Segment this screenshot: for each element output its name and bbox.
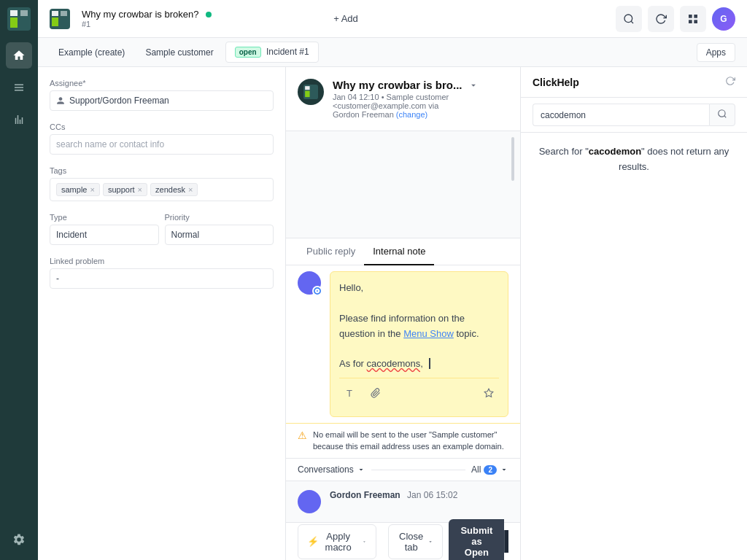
- clickhelp-search-button[interactable]: [709, 104, 735, 126]
- submit-main-button[interactable]: Submit as Open: [449, 519, 504, 560]
- brand-small-logo: [50, 9, 70, 29]
- conversations-bar: Conversations All 2: [286, 458, 520, 481]
- tab-badge-open: open: [235, 47, 261, 58]
- no-results-term: cacodemon: [589, 146, 641, 157]
- priority-select[interactable]: Normal: [165, 225, 274, 245]
- message-snippet: Gordon Freeman Jan 06 15:02: [286, 481, 520, 522]
- attachment-button[interactable]: [365, 383, 386, 403]
- svg-rect-12: [694, 20, 697, 23]
- composer-avatar: [298, 271, 321, 295]
- sidebar-item-settings[interactable]: [6, 526, 32, 553]
- submit-dropdown-button[interactable]: [504, 530, 508, 553]
- refresh-icon[interactable]: [725, 76, 735, 88]
- change-link[interactable]: (change): [396, 110, 427, 119]
- svg-rect-7: [61, 11, 67, 16]
- tags-label: Tags: [50, 166, 274, 175]
- reply-composer: Hello, Please find information on the qu…: [286, 265, 520, 423]
- type-select[interactable]: Incident: [50, 225, 159, 245]
- tags-container[interactable]: sample × support × zendesk ×: [50, 178, 274, 201]
- message-timestamp: Jan 06 15:02: [407, 490, 457, 500]
- priority-label: Priority: [165, 213, 274, 222]
- type-field-group: Type Incident: [50, 213, 159, 245]
- warning-icon: ⚠: [298, 429, 307, 441]
- assignee-field-group: Assignee* Support/Gordon Freeman: [50, 79, 274, 111]
- right-panel-toolbar: [521, 98, 747, 133]
- assignee-input[interactable]: Support/Gordon Freeman: [50, 90, 274, 111]
- lightning-icon: ⚡: [307, 536, 319, 547]
- submit-button: Submit as Open: [449, 519, 508, 560]
- message-area[interactable]: [286, 131, 520, 238]
- ticket-id: #1: [82, 20, 322, 28]
- tag-sample-remove[interactable]: ×: [90, 185, 94, 194]
- ticket-meta: Jan 04 12:10 • Sample customer <customer…: [333, 93, 508, 119]
- tab-internal-note[interactable]: Internal note: [364, 238, 434, 265]
- topbar-actions: G: [616, 6, 735, 32]
- main-wrapper: Why my crowbar is broken? #1 + Add G Exa…: [38, 0, 747, 560]
- apply-macro-button[interactable]: ⚡ Apply macro: [298, 524, 376, 559]
- tab-example-create[interactable]: Example (create): [50, 43, 133, 62]
- conversations-badge: 2: [484, 465, 497, 475]
- conversations-all[interactable]: All 2: [471, 464, 508, 475]
- scroll-indicator: [511, 137, 514, 181]
- text-cursor: [427, 358, 431, 369]
- clickhelp-title: ClickHelp: [533, 77, 579, 88]
- tag-support-remove[interactable]: ×: [138, 185, 142, 194]
- close-tab-button[interactable]: Close tab: [388, 524, 443, 559]
- apps-button[interactable]: Apps: [697, 43, 735, 62]
- text-format-button[interactable]: T: [339, 383, 360, 403]
- svg-rect-3: [20, 10, 28, 16]
- assignee-label: Assignee*: [50, 79, 274, 88]
- composer-box[interactable]: Hello, Please find information on the qu…: [330, 271, 508, 417]
- svg-rect-6: [52, 11, 58, 16]
- right-panel: ClickHelp Search for "cacodemon" does no…: [521, 67, 747, 560]
- linked-problem-input[interactable]: -: [50, 268, 274, 289]
- ticket-title: Why my crowbar is broken?: [82, 9, 198, 20]
- composer-with-avatar: Hello, Please find information on the qu…: [298, 271, 508, 417]
- menu-show-link[interactable]: Menu Show: [403, 328, 454, 339]
- tab-sample-customer[interactable]: Sample customer: [136, 43, 222, 62]
- svg-rect-1: [10, 18, 18, 28]
- sidebar-item-home[interactable]: [6, 42, 32, 69]
- composer-toolbar: T: [339, 378, 499, 408]
- gordon-avatar: [298, 490, 321, 513]
- topbar: Why my crowbar is broken? #1 + Add G: [38, 0, 747, 38]
- svg-point-16: [719, 110, 725, 117]
- sidebar-item-reports[interactable]: [6, 106, 32, 133]
- tab-incident-1[interactable]: open Incident #1: [225, 42, 319, 63]
- svg-rect-5: [52, 18, 58, 26]
- message-meta: Gordon Freeman Jan 06 15:02: [330, 490, 457, 513]
- composer-text: Hello, Please find information on the qu…: [339, 281, 499, 372]
- reply-area: Public reply Internal note Hello,: [286, 238, 520, 522]
- clickhelp-search-input[interactable]: [533, 104, 709, 126]
- search-button[interactable]: [616, 6, 642, 32]
- linked-problem-field-group: Linked problem -: [50, 257, 274, 289]
- grid-button[interactable]: [680, 6, 706, 32]
- sidebar-nav: [0, 0, 38, 560]
- type-priority-row: Type Incident Priority Normal: [50, 213, 274, 257]
- conversations-label[interactable]: Conversations: [298, 464, 365, 475]
- content-area: Assignee* Support/Gordon Freeman CCs sea…: [38, 67, 747, 560]
- tab-public-reply[interactable]: Public reply: [298, 238, 364, 265]
- brand-logo[interactable]: [7, 7, 31, 31]
- add-button[interactable]: + Add: [328, 10, 364, 27]
- svg-rect-15: [305, 86, 309, 90]
- conversations-divider: [371, 470, 465, 470]
- svg-rect-9: [689, 15, 692, 18]
- sidebar-item-tickets[interactable]: [6, 74, 32, 101]
- topbar-brand: [50, 9, 70, 29]
- left-panel: Assignee* Support/Gordon Freeman CCs sea…: [38, 67, 286, 560]
- ccs-input[interactable]: search name or contact info: [50, 134, 274, 155]
- ccs-field-group: CCs search name or contact info: [50, 122, 274, 155]
- ai-button[interactable]: [479, 383, 499, 403]
- tag-zendesk-remove[interactable]: ×: [188, 185, 193, 194]
- tag-sample: sample ×: [56, 183, 100, 196]
- refresh-button[interactable]: [648, 6, 674, 32]
- ticket-info: Why my crowbar is bro... Jan 04 12:10 • …: [333, 79, 508, 119]
- tags-field-group: Tags sample × support × zendesk ×: [50, 166, 274, 201]
- ticket-header: Why my crowbar is bro... Jan 04 12:10 • …: [286, 67, 520, 131]
- reply-tabs: Public reply Internal note: [286, 238, 520, 265]
- user-avatar[interactable]: G: [712, 7, 735, 31]
- right-panel-header: ClickHelp: [521, 67, 747, 98]
- ticket-title-area: Why my crowbar is broken? #1: [82, 9, 322, 28]
- composer-avatar-badge: [312, 286, 322, 296]
